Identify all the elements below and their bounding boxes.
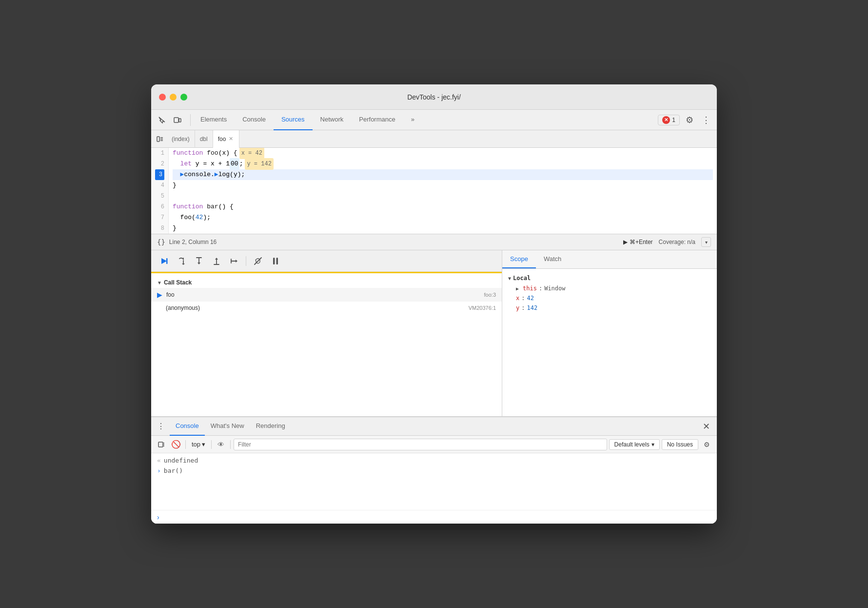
- call-stack-item-foo[interactable]: ▶ foo foo:3: [151, 288, 502, 302]
- console-tab-rendering[interactable]: Rendering: [250, 417, 291, 436]
- main-tabs: Elements Console Sources Network Perform…: [193, 110, 658, 130]
- more-options-button[interactable]: ⋮: [699, 113, 713, 127]
- file-tab-foo[interactable]: foo ✕: [213, 130, 240, 148]
- close-tab-icon[interactable]: ✕: [228, 135, 234, 143]
- scope-key-this: this: [523, 285, 537, 292]
- line-num-7: 7: [155, 212, 164, 223]
- tab-console[interactable]: Console: [235, 110, 274, 130]
- line-num-4: 4: [155, 180, 164, 191]
- run-snippet-btn[interactable]: ▶ ⌘+Enter: [623, 239, 653, 245]
- line-num-2: 2: [155, 159, 164, 169]
- code-line-1: function foo(x) { x = 42: [173, 148, 713, 159]
- code-line-5: [173, 191, 713, 202]
- maximize-button[interactable]: [180, 94, 187, 101]
- svg-marker-13: [236, 260, 237, 263]
- console-output-undefined: undefined: [164, 457, 198, 464]
- console-tab-whats-new[interactable]: What's New: [205, 417, 250, 436]
- scope-item-y[interactable]: y : 142: [502, 303, 717, 313]
- tab-more[interactable]: »: [403, 110, 422, 130]
- close-button[interactable]: [159, 94, 166, 101]
- console-prompt[interactable]: ›: [151, 510, 717, 524]
- console-top-label: top: [192, 441, 200, 448]
- debugger-left: ▼ Call Stack ▶ foo foo:3 (anonymous) VM2…: [151, 250, 502, 416]
- device-toolbar-icon[interactable]: [171, 113, 184, 127]
- svg-marker-8: [182, 263, 185, 265]
- console-toolbar: 🚫 top ▾ 👁 Default levels ▾ No Issues ⚙: [151, 436, 717, 453]
- console-close-btn[interactable]: ✕: [699, 420, 713, 433]
- settings-button[interactable]: ⚙: [683, 113, 696, 127]
- resume-btn[interactable]: [157, 254, 171, 268]
- tab-network[interactable]: Network: [313, 110, 352, 130]
- svg-marker-6: [161, 258, 167, 264]
- file-tab-index[interactable]: (index): [167, 130, 195, 148]
- console-line-bar: › bar(): [151, 466, 717, 476]
- scope-local-header[interactable]: ▼ Local: [502, 273, 717, 284]
- code-line-4: }: [173, 180, 713, 191]
- console-tab-console[interactable]: Console: [170, 417, 205, 436]
- file-tab-dbl[interactable]: dbl: [195, 130, 213, 148]
- code-content: function foo(x) { x = 42 let y = x + 100…: [169, 148, 717, 234]
- scope-val-this: Window: [544, 285, 565, 292]
- status-bar: {} Line 2, Column 16 ▶ ⌘+Enter Coverage:…: [151, 234, 717, 250]
- deactivate-breakpoints-btn[interactable]: [251, 254, 265, 268]
- inspect-element-icon[interactable]: [155, 113, 169, 127]
- step-into-btn[interactable]: [192, 254, 206, 268]
- tab-sources[interactable]: Sources: [274, 110, 313, 130]
- run-label: ⌘+Enter: [630, 239, 653, 245]
- console-tb-sep-2: [211, 440, 212, 449]
- step-out-btn[interactable]: [210, 254, 223, 268]
- coverage-dropdown[interactable]: ▾: [701, 237, 711, 247]
- error-badge[interactable]: ✕ 1: [658, 115, 680, 125]
- console-clear-btn[interactable]: [155, 438, 168, 451]
- pause-on-exception-btn[interactable]: [269, 254, 282, 268]
- tab-performance[interactable]: Performance: [351, 110, 403, 130]
- call-stack-header[interactable]: ▼ Call Stack: [151, 277, 502, 288]
- scope-item-this[interactable]: ▶ this : Window: [502, 284, 717, 293]
- scope-local-triangle: ▼: [508, 276, 511, 281]
- debugger-right: Scope Watch ▼ Local ▶ this : Window: [502, 250, 717, 416]
- svg-rect-16: [158, 442, 163, 447]
- debug-sep-1: [246, 256, 246, 266]
- step-over-btn[interactable]: [175, 254, 188, 268]
- call-stack-item-anon[interactable]: (anonymous) VM20376:1: [151, 302, 502, 314]
- status-right: ▶ ⌘+Enter Coverage: n/a ▾: [623, 237, 711, 247]
- svg-rect-0: [174, 118, 178, 122]
- console-eye-icon[interactable]: 👁: [215, 438, 227, 451]
- console-top-dropdown[interactable]: top ▾: [189, 440, 208, 449]
- pretty-print-icon[interactable]: {}: [157, 238, 165, 246]
- console-no-filter-icon[interactable]: 🚫: [170, 438, 182, 451]
- console-filter-input[interactable]: [234, 439, 607, 450]
- scope-tab-watch[interactable]: Watch: [536, 250, 569, 268]
- code-line-7: foo(42);: [173, 212, 713, 223]
- scope-tab-scope[interactable]: Scope: [502, 250, 536, 268]
- console-line-undefined: « undefined: [151, 455, 717, 466]
- default-levels-btn[interactable]: Default levels ▾: [609, 439, 660, 450]
- scope-key-x: x: [516, 295, 519, 302]
- console-menu-icon[interactable]: ⋮: [155, 421, 167, 432]
- window-title: DevTools - jec.fyi/: [407, 93, 461, 101]
- code-editor[interactable]: 1 2 3 4 5 6 7 8 function foo(x) { x = 42…: [151, 148, 717, 234]
- scope-expand-this: ▶: [516, 286, 519, 291]
- console-tb-sep-1: [185, 440, 186, 449]
- inline-val-x: x = 42: [239, 148, 264, 159]
- no-issues-btn[interactable]: No Issues: [662, 439, 698, 450]
- default-levels-label: Default levels: [614, 441, 650, 448]
- expression-caret-icon: ›: [157, 467, 161, 474]
- tab-elements[interactable]: Elements: [193, 110, 235, 130]
- scope-item-x[interactable]: x : 42: [502, 293, 717, 303]
- minimize-button[interactable]: [170, 94, 177, 101]
- step-btn[interactable]: [227, 254, 241, 268]
- svg-marker-11: [215, 258, 218, 260]
- header-separator: [190, 114, 191, 126]
- console-output: « undefined › bar(): [151, 453, 717, 510]
- coverage-info: Coverage: n/a: [659, 239, 695, 245]
- titlebar: DevTools - jec.fyi/: [151, 84, 717, 110]
- navigator-toggle[interactable]: [153, 132, 167, 146]
- code-line-2: let y = x + 100; y = 142: [173, 159, 713, 169]
- call-stack-label: Call Stack: [164, 279, 192, 286]
- scope-content: ▼ Local ▶ this : Window x : 42: [502, 269, 717, 416]
- error-icon: ✕: [662, 116, 670, 124]
- line-num-5: 5: [155, 191, 164, 202]
- console-settings-icon[interactable]: ⚙: [700, 438, 713, 451]
- line-col-info: Line 2, Column 16: [169, 239, 217, 245]
